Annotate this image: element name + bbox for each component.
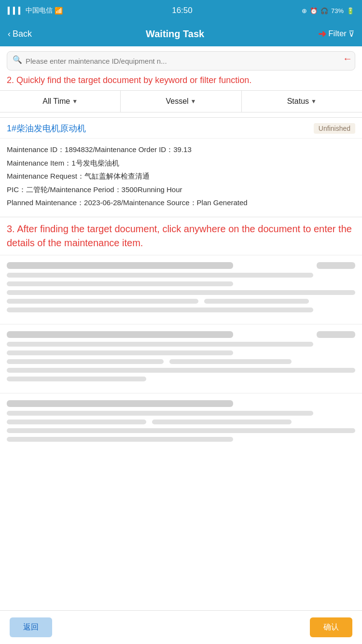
filter-label: Filter (328, 29, 347, 39)
filter-row: All Time ▼ Vessel ▼ Status ▼ (0, 90, 362, 112)
blur-title-3 (7, 400, 233, 407)
blur-line-1b (7, 281, 233, 286)
blur-line-1d (7, 299, 198, 304)
status-time: 16:50 (172, 6, 193, 15)
status-right: ⊕ ⏰ 🎧 73% 🔋 (302, 7, 354, 14)
card-body: Maintenance ID：1894832/Maintenance Order… (0, 139, 362, 217)
card-row-1: Maintenance ID：1894832/Maintenance Order… (7, 143, 355, 156)
blur-line-1f (7, 308, 313, 312)
filter-all-time-label: All Time (42, 97, 70, 106)
card-row-2: Maintenance Item：1号发电柴油机 (7, 157, 355, 169)
status-bar: ▍▍▍ 中国电信 📶 16:50 ⊕ ⏰ 🎧 73% 🔋 (0, 0, 362, 21)
blur-line-2b (7, 350, 233, 355)
blur-line-2f (7, 377, 146, 381)
card-header: 1#柴油发电机原动机 Unfinished (0, 118, 362, 139)
search-input[interactable] (7, 51, 355, 70)
filter-status[interactable]: Status ▼ (242, 91, 362, 112)
blur-line-2a (7, 342, 313, 347)
battery-icon: 🔋 (347, 7, 354, 14)
blur-line-3d (7, 428, 355, 433)
blur-line-3a (7, 411, 313, 416)
alarm-icon: ⏰ (310, 7, 318, 14)
status-badge: Unfinished (314, 123, 355, 134)
blur-status-2 (317, 331, 355, 338)
carrier-name: 中国电信 (26, 6, 53, 15)
annotation-3-text: 3. After finding the target document, cl… (7, 224, 352, 248)
battery-level: 73% (331, 7, 344, 14)
status-left: ▍▍▍ 中国电信 📶 (8, 6, 63, 15)
blurred-card-2 (0, 324, 362, 392)
location-icon: ⊕ (302, 7, 307, 14)
blurred-card-3 (0, 393, 362, 452)
blur-line-1c (7, 290, 355, 295)
filter-button[interactable]: ➜ Filter ⊽ (318, 28, 354, 40)
blur-line-2e (7, 368, 355, 373)
blur-line-1e (204, 299, 309, 304)
back-chevron-icon: ‹ (8, 29, 11, 39)
all-time-chevron-icon: ▼ (72, 98, 78, 105)
filter-status-label: Status (287, 97, 309, 106)
vessel-chevron-icon: ▼ (191, 98, 196, 105)
blur-line-3c (152, 420, 292, 424)
search-container: 🔍 ← (0, 46, 362, 72)
nav-bar: ‹ Back Waiting Task ➜ Filter ⊽ (0, 21, 362, 46)
annotation-2: 2. Quickly find the target document by k… (0, 72, 362, 90)
filter-funnel-icon: ⊽ (348, 29, 354, 39)
card-row-4: PIC：二管轮/Maintenance Period：3500Running H… (7, 183, 355, 196)
card-row-3: Maintenance Request：气缸盖解体检查清通 (7, 170, 355, 182)
blur-line-1a (7, 273, 313, 278)
blur-status-1 (317, 262, 355, 269)
blur-line-3b (7, 420, 146, 424)
blurred-card-1 (0, 255, 362, 323)
wifi-icon: 📶 (55, 7, 63, 14)
filter-arrow-icon: ➜ (318, 28, 326, 40)
blur-line-2c (7, 359, 164, 364)
annotation-3: 3. After finding the target document, cl… (0, 217, 362, 255)
search-annotation-arrow: ← (343, 53, 352, 64)
filter-vessel[interactable]: Vessel ▼ (121, 91, 241, 112)
blurred-section (0, 255, 362, 458)
page-title: Waiting Task (146, 28, 204, 40)
blur-title-2 (7, 331, 233, 338)
filter-all-time[interactable]: All Time ▼ (0, 91, 121, 112)
back-label: Back (13, 29, 32, 39)
blur-title-1 (7, 262, 233, 269)
back-button[interactable]: ‹ Back (8, 29, 32, 39)
bottom-right-button[interactable]: 确认 (310, 617, 352, 637)
status-chevron-icon: ▼ (311, 98, 317, 105)
blur-line-3e (7, 437, 233, 442)
document-card[interactable]: 1#柴油发电机原动机 Unfinished Maintenance ID：189… (0, 117, 362, 217)
bottom-bar: 返回 确认 (0, 610, 362, 644)
bottom-left-button[interactable]: 返回 (10, 617, 52, 637)
card-row-5: Planned Maintenance：2023-06-28/Maintenan… (7, 196, 355, 209)
card-title: 1#柴油发电机原动机 (7, 123, 86, 134)
signal-icon: ▍▍▍ (8, 7, 24, 14)
filter-vessel-label: Vessel (166, 97, 188, 106)
blur-line-2d (169, 359, 292, 364)
search-icon: 🔍 (13, 55, 22, 64)
headphone-icon: 🎧 (320, 7, 328, 14)
